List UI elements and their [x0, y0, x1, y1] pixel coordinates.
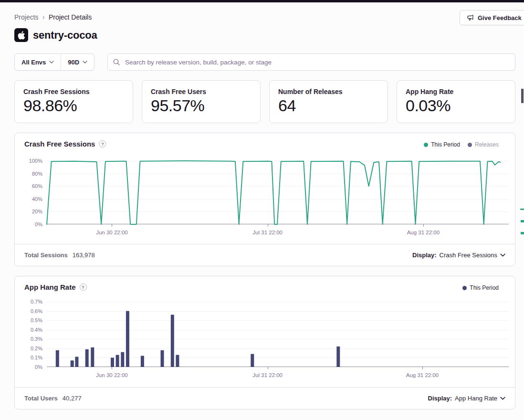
panel-title: App Hang Rate: [24, 283, 76, 291]
legend-item-this-period[interactable]: This Period: [424, 141, 460, 148]
scorecard-label: Crash Free Users: [151, 88, 252, 95]
app-hang-rate-panel: App Hang Rate ? This Period 0%0.1%0.2%0.…: [14, 276, 515, 410]
x-tick-label: Jul 31 22:00: [241, 230, 294, 235]
scorecard-label: Crash Free Sessions: [23, 88, 124, 95]
chevron-right-icon: ›: [42, 13, 45, 21]
breadcrumb-projects-link[interactable]: Projects: [14, 13, 39, 21]
y-tick-label: 40%: [15, 196, 42, 202]
search-input[interactable]: [107, 53, 515, 71]
legend-dot-icon: [462, 286, 467, 290]
cutoff-fragment: [521, 89, 524, 103]
panel-footer: Total Sessions 163,978 Display: Crash Fr…: [15, 244, 515, 266]
scorecard-number-of-releases: Number of Releases 64: [269, 80, 388, 123]
panel-header: Crash Free Sessions ?: [24, 140, 106, 148]
crash-free-sessions-panel: Crash Free Sessions ? This Period Releas…: [14, 133, 515, 266]
scorecards-row: Crash Free Sessions 98.86% Crash Free Us…: [14, 80, 515, 123]
scorecard-value: 95.57%: [151, 97, 252, 115]
page-title: sentry-cocoa: [33, 29, 97, 42]
x-tick-mark: [422, 367, 423, 369]
cutoff-fragment: [521, 220, 524, 222]
scorecard-value: 98.86%: [23, 97, 124, 115]
panel-footer: Total Users 40,277 Display: App Hang Rat…: [15, 387, 515, 409]
chevron-down-icon: [49, 61, 54, 63]
total-sessions: Total Sessions 163,978: [24, 252, 95, 259]
y-tick-label: 0%: [15, 364, 42, 370]
y-tick-label: 0.4%: [15, 327, 42, 333]
filter-bar: All Envs 90D: [14, 53, 515, 71]
y-tick-label: 60%: [15, 183, 42, 189]
y-axis: 0%20%40%60%80%100%: [15, 161, 42, 224]
total-users: Total Users 40,277: [24, 395, 82, 402]
y-tick-label: 0.5%: [15, 317, 42, 323]
y-tick-label: 100%: [15, 158, 42, 164]
scorecard-crash-free-sessions: Crash Free Sessions 98.86%: [14, 80, 133, 123]
help-icon[interactable]: ?: [80, 284, 87, 291]
legend-dot-icon: [424, 143, 428, 147]
y-tick-label: 0.3%: [15, 336, 42, 342]
date-range-selector-label: 90D: [68, 59, 79, 66]
chevron-down-icon: [500, 397, 505, 400]
y-tick-label: 0.1%: [15, 355, 42, 360]
chevron-down-icon: [500, 253, 505, 257]
legend-item-releases[interactable]: Releases: [468, 141, 499, 148]
x-tick-label: Jun 30 22:00: [85, 230, 138, 235]
y-tick-label: 20%: [15, 209, 42, 214]
y-tick-label: 0%: [15, 221, 42, 227]
chevron-down-icon: [83, 61, 87, 63]
x-tick-label: Jun 30 22:00: [85, 372, 138, 378]
breadcrumb-current-page: Project Details: [49, 13, 92, 21]
x-tick-label: Aug 31 22:00: [396, 372, 449, 378]
y-tick-label: 0.7%: [15, 299, 42, 304]
panel-header: App Hang Rate ?: [24, 283, 87, 291]
scorecard-value: 0.03%: [406, 97, 506, 115]
plot-area[interactable]: Jun 30 22:00Jul 31 22:00Aug 31 22:00: [47, 161, 509, 224]
x-tick-label: Jul 31 22:00: [241, 372, 294, 378]
display-selector[interactable]: Display: Crash Free Sessions: [412, 252, 505, 259]
cutoff-fragment: [521, 232, 524, 234]
page-filter-group: All Envs 90D: [14, 53, 94, 71]
date-range-selector[interactable]: 90D: [61, 54, 94, 70]
environment-selector[interactable]: All Envs: [15, 54, 61, 70]
legend-dot-icon: [468, 143, 472, 147]
scorecard-app-hang-rate: App Hang Rate 0.03%: [397, 80, 515, 123]
give-feedback-label: Give Feedback: [478, 14, 522, 21]
legend-item-this-period[interactable]: This Period: [462, 284, 499, 291]
x-tick-mark: [112, 224, 112, 227]
help-icon[interactable]: ?: [99, 140, 106, 147]
panel-title: Crash Free Sessions: [24, 140, 95, 148]
cutoff-fragment: [520, 209, 524, 210]
breadcrumb: Projects › Project Details: [14, 13, 92, 21]
scorecard-value: 64: [278, 97, 379, 115]
scorecard-label: App Hang Rate: [406, 88, 506, 95]
y-tick-label: 0.6%: [15, 308, 42, 314]
project-header: sentry-cocoa: [14, 28, 97, 42]
display-selector[interactable]: Display: App Hang Rate: [428, 395, 505, 402]
chart-legend: This Period Releases: [424, 141, 499, 148]
plot-area[interactable]: Jun 30 22:00Jul 31 22:00Aug 31 22:00: [47, 302, 509, 367]
x-tick-mark: [423, 224, 424, 227]
y-tick-label: 0.2%: [15, 346, 42, 351]
y-tick-label: 80%: [15, 171, 42, 177]
apple-platform-icon: [14, 28, 28, 42]
x-tick-mark: [112, 367, 112, 369]
chart-legend: This Period: [462, 284, 499, 291]
megaphone-icon: [467, 14, 474, 21]
release-search: [107, 53, 515, 71]
environment-selector-label: All Envs: [21, 59, 46, 66]
scorecard-crash-free-users: Crash Free Users 95.57%: [142, 80, 261, 123]
top-system-bar: [0, 0, 524, 2]
x-tick-mark: [268, 367, 268, 369]
scorecard-label: Number of Releases: [278, 88, 379, 95]
y-axis: 0%0.1%0.2%0.3%0.4%0.5%0.6%0.7%: [15, 302, 42, 367]
give-feedback-button[interactable]: Give Feedback: [460, 10, 524, 25]
x-tick-mark: [268, 224, 268, 227]
x-tick-label: Aug 31 22:00: [397, 230, 450, 235]
